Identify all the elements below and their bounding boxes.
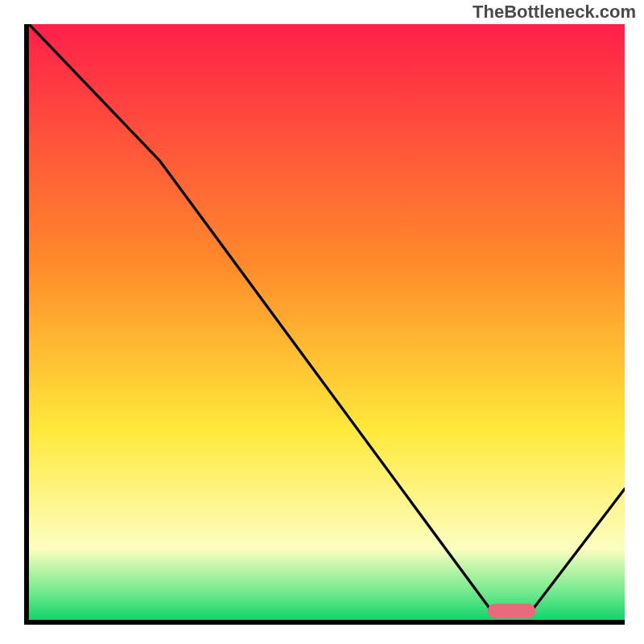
- gradient-background: [29, 24, 625, 620]
- watermark-text: TheBottleneck.com: [473, 2, 636, 23]
- chart-svg: [29, 24, 625, 620]
- optimal-range-marker: [488, 604, 535, 619]
- chart-plot-area: [24, 24, 625, 625]
